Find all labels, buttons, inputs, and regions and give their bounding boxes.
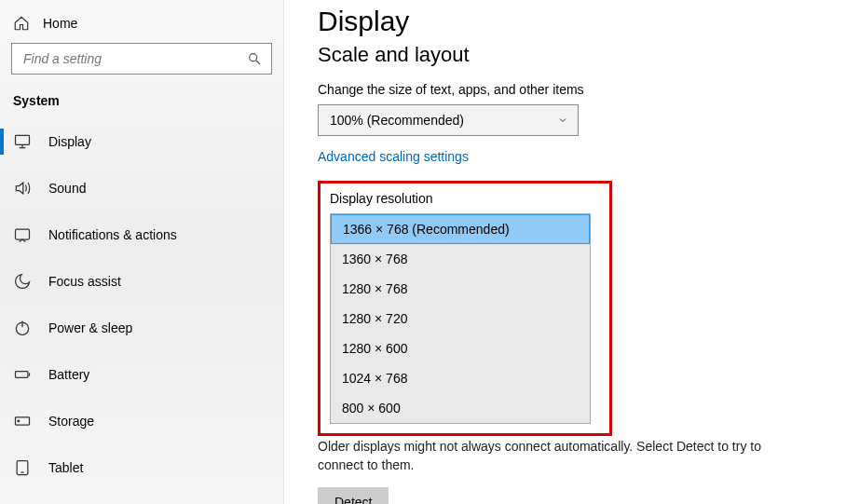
tablet-icon: [13, 458, 32, 477]
battery-icon: [13, 365, 32, 384]
sidebar-item-storage[interactable]: Storage: [0, 401, 283, 442]
storage-icon: [13, 412, 32, 430]
sidebar-item-tablet[interactable]: Tablet: [0, 447, 283, 488]
sidebar-item-label: Focus assist: [48, 274, 121, 289]
resolution-option[interactable]: 1360 × 768: [331, 244, 590, 274]
section-title: Scale and layout: [318, 43, 820, 67]
detect-note: Older displays might not always connect …: [318, 438, 784, 474]
sidebar: Home System Display Sound: [0, 0, 284, 504]
notification-icon: [13, 225, 32, 244]
resolution-highlight-box: Display resolution 1366 × 768 (Recommend…: [318, 181, 612, 436]
chevron-down-icon: [557, 115, 568, 126]
home-icon: [13, 15, 30, 32]
resolution-option[interactable]: 1280 × 768: [331, 274, 590, 304]
sidebar-item-label: Storage: [48, 414, 94, 429]
search-icon: [247, 51, 262, 66]
scale-dropdown[interactable]: 100% (Recommended): [318, 104, 579, 136]
moon-icon: [13, 272, 32, 291]
resolution-label: Display resolution: [330, 191, 600, 206]
sidebar-item-display[interactable]: Display: [0, 121, 283, 162]
sidebar-item-notifications[interactable]: Notifications & actions: [0, 214, 283, 255]
sidebar-item-sound[interactable]: Sound: [0, 168, 283, 209]
sidebar-item-label: Display: [48, 134, 91, 149]
resolution-option[interactable]: 1366 × 768 (Recommended): [331, 214, 590, 244]
resolution-option[interactable]: 1280 × 720: [331, 304, 590, 334]
main-panel: Display Scale and layout Change the size…: [284, 0, 846, 504]
sidebar-item-label: Battery: [48, 367, 89, 382]
search-input[interactable]: [21, 50, 247, 67]
search-box[interactable]: [11, 43, 272, 75]
home-label: Home: [43, 16, 77, 31]
scale-label: Change the size of text, apps, and other…: [318, 82, 820, 97]
advanced-scaling-link[interactable]: Advanced scaling settings: [318, 149, 469, 164]
sidebar-item-label: Tablet: [48, 460, 83, 475]
svg-point-11: [18, 420, 20, 422]
resolution-dropdown[interactable]: 1366 × 768 (Recommended) 1360 × 768 1280…: [330, 213, 591, 424]
sidebar-item-label: Notifications & actions: [48, 227, 177, 242]
sidebar-item-power-sleep[interactable]: Power & sleep: [0, 307, 283, 348]
svg-point-0: [250, 54, 257, 61]
detect-button[interactable]: Detect: [318, 487, 389, 504]
sound-icon: [13, 179, 32, 198]
page-title: Display: [318, 6, 820, 37]
resolution-option[interactable]: 1280 × 600: [331, 334, 590, 363]
svg-rect-8: [16, 372, 28, 378]
resolution-option[interactable]: 800 × 600: [331, 393, 590, 423]
sidebar-item-label: Power & sleep: [48, 320, 132, 335]
svg-rect-5: [16, 229, 30, 239]
sidebar-item-focus-assist[interactable]: Focus assist: [0, 261, 283, 302]
svg-line-1: [256, 61, 260, 64]
group-title: System: [0, 89, 283, 121]
sidebar-item-battery[interactable]: Battery: [0, 354, 283, 395]
power-icon: [13, 319, 32, 337]
monitor-icon: [13, 132, 32, 151]
svg-rect-2: [16, 135, 30, 144]
home-nav[interactable]: Home: [0, 7, 283, 43]
scale-value: 100% (Recommended): [330, 113, 464, 128]
resolution-option[interactable]: 1024 × 768: [331, 363, 590, 393]
sidebar-item-label: Sound: [48, 181, 86, 196]
